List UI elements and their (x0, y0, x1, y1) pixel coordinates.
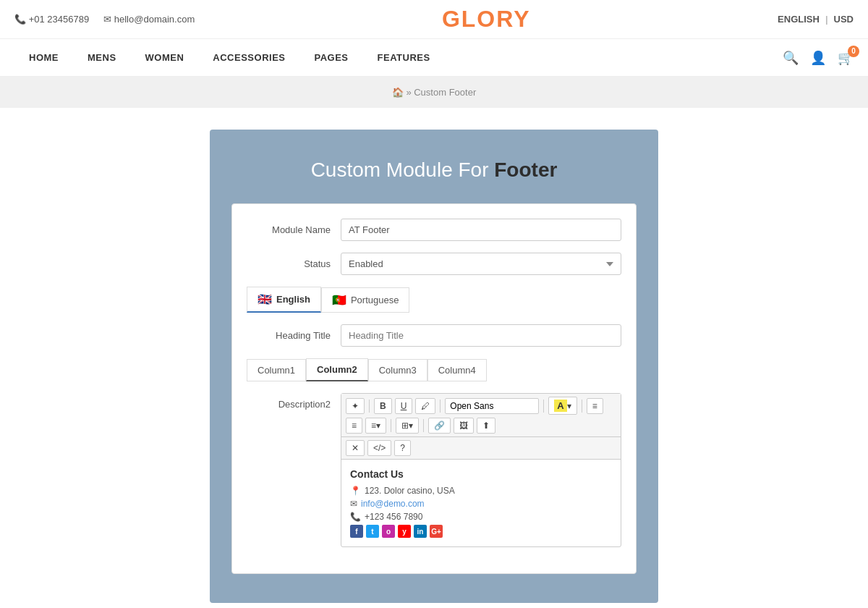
toolbar-list-ol-btn[interactable]: ≡ (346, 418, 362, 434)
linkedin-icon[interactable]: in (414, 525, 427, 538)
col-tab-1[interactable]: Column1 (247, 359, 306, 381)
module-name-input[interactable] (341, 219, 621, 241)
heading-title-label: Heading Title (247, 324, 341, 341)
lang-tab-portuguese[interactable]: 🇵🇹 Portuguese (321, 287, 410, 313)
twitter-icon[interactable]: t (366, 525, 379, 538)
cart-badge: 0 (848, 46, 859, 57)
module-name-row: Module Name (247, 219, 621, 241)
english-tab-label: English (276, 294, 310, 305)
nav-icons: 🔍 👤 🛒 0 (783, 50, 854, 66)
top-bar-right: ENGLISH | USD (778, 14, 854, 25)
nav-items: HOME MENS WOMEN ACCESSORIES PAGES FEATUR… (14, 39, 445, 76)
divider: | (825, 14, 828, 25)
address-text: 123. Dolor casino, USA (365, 486, 455, 496)
toolbar-sep-6 (423, 419, 424, 432)
language-selector[interactable]: ENGLISH (778, 14, 820, 25)
toolbar-highlight-btn[interactable]: A▾ (548, 397, 576, 415)
breadcrumb-home-icon[interactable]: 🏠 (392, 87, 404, 98)
toolbar-help-btn[interactable]: ? (394, 440, 411, 456)
contact-email: ✉ info@demo.com (350, 499, 612, 509)
facebook-icon[interactable]: f (350, 525, 363, 538)
nav-item-women[interactable]: WOMEN (131, 39, 199, 76)
portuguese-tab-label: Portuguese (351, 295, 399, 305)
breadcrumb-bar: 🏠 » Custom Footer (0, 77, 868, 108)
language-tabs: 🇬🇧 English 🇵🇹 Portuguese (247, 287, 621, 313)
toolbar-magic-btn[interactable]: ✦ (346, 398, 365, 414)
youtube-icon[interactable]: y (398, 525, 411, 538)
column-tabs: Column1 Column2 Column3 Column4 (247, 358, 621, 381)
toolbar-upload-btn[interactable]: ⬆ (477, 418, 495, 434)
toolbar-image-btn[interactable]: 🖼 (454, 418, 474, 434)
nav-item-accessories[interactable]: ACCESSORIES (198, 39, 299, 76)
breadcrumb-separator: » (406, 87, 414, 98)
cart-icon[interactable]: 🛒 0 (838, 50, 854, 66)
email-address: ✉ hello@domain.com (103, 14, 195, 25)
currency-selector[interactable]: USD (834, 14, 854, 25)
english-flag-icon: 🇬🇧 (258, 292, 272, 306)
toolbar-list-ul-btn[interactable]: ≡ (587, 398, 603, 414)
editor-content[interactable]: Contact Us 📍 123. Dolor casino, USA ✉ in… (341, 460, 621, 546)
description-row: Description2 ✦ B U 🖊 Open Sans Arial Tim… (247, 393, 621, 547)
toolbar-link-btn[interactable]: 🔗 (428, 418, 451, 434)
account-icon[interactable]: 👤 (810, 50, 826, 66)
nav-item-mens[interactable]: MENS (73, 39, 131, 76)
col-tab-4[interactable]: Column4 (427, 359, 487, 381)
heading-title-row: Heading Title (247, 324, 621, 347)
nav-bar: HOME MENS WOMEN ACCESSORIES PAGES FEATUR… (0, 39, 868, 77)
form-card: Module Name Status Enabled Disabled 🇬🇧 E… (231, 203, 637, 574)
contact-title: Contact Us (350, 468, 612, 480)
phone-icon-small: 📞 (350, 512, 361, 522)
top-bar-left: 📞 +01 23456789 ✉ hello@domain.com (14, 14, 195, 25)
col-tab-3[interactable]: Column3 (368, 359, 427, 381)
search-icon[interactable]: 🔍 (783, 50, 799, 66)
email-icon: ✉ (103, 14, 111, 25)
lang-tab-english[interactable]: 🇬🇧 English (247, 287, 321, 313)
toolbar-sep-1 (369, 400, 370, 413)
highlight-a-icon: A (554, 400, 566, 412)
heading-title-input[interactable] (341, 324, 621, 347)
phone-icon: 📞 (14, 14, 26, 25)
status-row: Status Enabled Disabled (247, 253, 621, 275)
contact-phone: 📞 +123 456 7890 (350, 512, 612, 522)
editor-toolbar-row2: ✕ </> ? (341, 437, 621, 460)
site-logo[interactable]: GLORY (442, 6, 531, 33)
toolbar-format-btn[interactable]: 🖊 (415, 398, 435, 414)
card-container: Custom Module For Footer Module Name Sta… (210, 130, 658, 603)
email-icon-small: ✉ (350, 499, 357, 509)
toolbar-sep-2 (440, 400, 441, 413)
font-family-select[interactable]: Open Sans Arial Times New Roman (445, 398, 539, 414)
nav-item-pages[interactable]: PAGES (299, 39, 362, 76)
breadcrumb-current: Custom Footer (414, 87, 476, 98)
portuguese-flag-icon: 🇵🇹 (332, 293, 346, 307)
card-title-bold: Footer (494, 159, 557, 181)
toolbar-sep-4 (582, 400, 582, 413)
main-content: Custom Module For Footer Module Name Sta… (0, 108, 868, 608)
nav-item-home[interactable]: HOME (14, 39, 73, 76)
module-name-label: Module Name (247, 219, 341, 235)
status-select[interactable]: Enabled Disabled (341, 253, 621, 275)
toolbar-code-btn[interactable]: </> (367, 440, 391, 456)
card-title: Custom Module For Footer (231, 159, 637, 182)
social-icons: f t o y in G+ (350, 525, 612, 538)
instagram-icon[interactable]: o (382, 525, 395, 538)
phone-number: 📞 +01 23456789 (14, 14, 89, 25)
description-label: Description2 (247, 393, 341, 410)
contact-phone-number: +123 456 7890 (365, 512, 422, 522)
contact-email-link[interactable]: info@demo.com (361, 499, 425, 509)
toolbar-bold-btn[interactable]: B (374, 398, 392, 414)
toolbar-table-btn[interactable]: ⊞▾ (396, 418, 419, 434)
toolbar-sep-5 (391, 419, 391, 432)
col-tab-2[interactable]: Column2 (306, 358, 368, 381)
toolbar-sep-3 (543, 400, 544, 413)
toolbar-close-btn[interactable]: ✕ (346, 440, 365, 456)
card-title-prefix: Custom Module For (311, 159, 495, 181)
nav-item-features[interactable]: FEATURES (363, 39, 445, 76)
top-bar: 📞 +01 23456789 ✉ hello@domain.com GLORY … (0, 0, 868, 39)
editor-wrapper: ✦ B U 🖊 Open Sans Arial Times New Roman (341, 393, 621, 547)
editor-toolbar: ✦ B U 🖊 Open Sans Arial Times New Roman (341, 394, 621, 437)
contact-address: 📍 123. Dolor casino, USA (350, 486, 612, 496)
toolbar-underline-btn[interactable]: U (395, 398, 413, 414)
status-label: Status (247, 253, 341, 269)
toolbar-align-btn[interactable]: ≡▾ (365, 418, 386, 434)
googleplus-icon[interactable]: G+ (430, 525, 443, 538)
